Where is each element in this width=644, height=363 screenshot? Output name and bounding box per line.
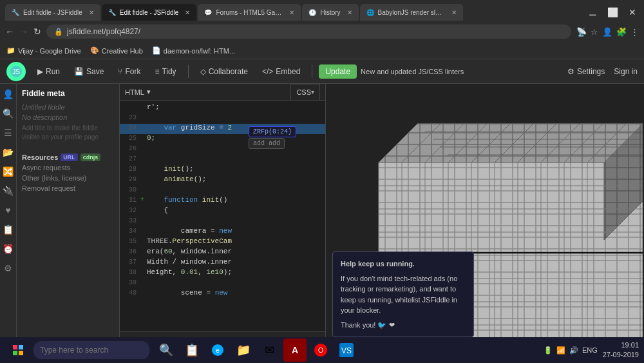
notification-line1: Help keep us running. — [341, 259, 466, 270]
wifi-icon: 📶 — [556, 346, 565, 355]
resources-section: Resources URL cdnjs — [22, 153, 114, 161]
extensions-icon[interactable]: 🧩 — [616, 27, 627, 37]
tab-2[interactable]: 🔧 Edit fiddle - JSFiddle ✕ — [102, 4, 197, 21]
save-button[interactable]: 💾 Save — [69, 64, 109, 79]
menu-icon[interactable]: ⋮ — [630, 27, 639, 37]
taskbar-task-view[interactable]: 📋 — [180, 338, 204, 362]
url-tag[interactable]: URL — [61, 153, 78, 161]
sidebar-icon-settings[interactable]: ⚙ — [4, 263, 12, 273]
description-field[interactable]: No description — [22, 113, 114, 121]
back-btn[interactable]: ← — [5, 26, 14, 37]
bookmark-google-drive[interactable]: 📁 Vijay - Google Drive — [6, 46, 81, 55]
svg-text:JS: JS — [12, 68, 20, 75]
tab-4[interactable]: 🕐 History ✕ — [302, 4, 358, 21]
sidebar-icon-clock[interactable]: ⏰ — [3, 244, 14, 254]
taskbar-cortana[interactable]: 🔍 — [155, 338, 178, 362]
tab-1-close[interactable]: ✕ — [89, 9, 94, 16]
update-button[interactable]: Update — [319, 64, 357, 79]
separator-2 — [312, 65, 312, 78]
svg-text:e: e — [216, 347, 220, 354]
html-lang-label[interactable]: HTML ▾ — [125, 88, 151, 96]
code-line: 26 — [120, 144, 325, 155]
tab-4-close[interactable]: ✕ — [347, 9, 352, 16]
sidebar-icon-user[interactable]: 👤 — [3, 89, 14, 99]
async-link[interactable]: Async requests — [22, 164, 114, 172]
run-button[interactable]: ▶ Run — [32, 64, 65, 79]
taskbar-app-a[interactable]: A — [283, 338, 307, 362]
code-line: 27 — [120, 155, 325, 165]
sidebar-icon-folder[interactable]: 📂 — [3, 147, 14, 157]
sidebar-icon-plugin[interactable]: 🔌 — [3, 186, 14, 196]
code-line: 28 init(); — [120, 165, 325, 175]
cdnjs-tag[interactable]: cdnjs — [80, 153, 101, 161]
save-icon: 💾 — [74, 67, 84, 76]
forward-btn[interactable]: → — [19, 26, 28, 37]
taskbar-app-icons: 🔍 📋 e 📁 ✉ A O VS — [155, 338, 358, 362]
code-line: 30 — [120, 186, 325, 196]
code-line: r'; — [120, 103, 325, 113]
other-link[interactable]: Other (links, license) — [22, 174, 114, 182]
code-line: 29 animate(); — [120, 175, 325, 186]
taskbar-explorer[interactable]: 📁 — [232, 338, 255, 362]
main-content: 👤 🔍 ☰ 📂 🔀 🔌 ♥ 📋 ⏰ ⚙ Fiddle meta Untitled… — [0, 84, 644, 363]
browser-frame: 🔧 Edit fiddle - JSFiddle ✕ 🔧 Edit fiddle… — [0, 0, 644, 363]
taskbar-edge[interactable]: e — [206, 338, 229, 362]
reload-btn[interactable]: ↻ — [33, 26, 41, 37]
bookmark-daemon[interactable]: 📄 daemon-on/lwf: HTM... — [152, 46, 235, 55]
close-btn[interactable]: ✕ — [626, 6, 639, 19]
tab-2-close[interactable]: ✕ — [185, 9, 190, 16]
taskbar-mail[interactable]: ✉ — [258, 338, 281, 362]
sidebar-icon-shuffle[interactable]: 🔀 — [3, 166, 14, 177]
sidebar-icon-clipboard[interactable]: 📋 — [3, 224, 14, 235]
collaborate-button[interactable]: ◇ Collaborate — [195, 64, 253, 79]
code-line: 23 — [120, 113, 325, 124]
tab-3-close[interactable]: ✕ — [289, 9, 294, 16]
profile-icon[interactable]: 👤 — [602, 27, 612, 37]
bookmark-star-icon[interactable]: ☆ — [591, 27, 598, 37]
signin-button[interactable]: Sign in — [614, 67, 638, 76]
html-editor: HTML ▾ CSS ▾ r'; 23 — [120, 84, 326, 363]
taskbar-right: 🔋 📶 🔊 ENG 19:01 27-09-2019 — [544, 340, 639, 360]
code-line: 36 era(60, window.inner — [120, 248, 325, 258]
sidebar-icon-menu[interactable]: ☰ — [4, 128, 12, 138]
update-message: New and updated JS/CSS linters — [361, 68, 464, 75]
css-label: CSS ▾ — [290, 84, 320, 101]
taskbar-search[interactable] — [33, 341, 149, 359]
tab-3[interactable]: 💬 Forums - HTML5 Game De... ✕ — [198, 4, 301, 21]
taskbar-opera[interactable]: O — [309, 338, 332, 362]
fork-button[interactable]: ⑂ Fork — [113, 64, 146, 79]
code-tooltip-1: ZRFp(0:24) — [249, 126, 296, 137]
removal-link[interactable]: Removal request — [22, 184, 114, 192]
address-input[interactable]: 🔒 jsfiddle.net/pofq4827/ — [46, 25, 571, 39]
preview-area: Help keep us running. If you don't mind … — [326, 84, 644, 363]
separator-1 — [188, 65, 189, 78]
svg-rect-43 — [13, 351, 17, 355]
volume-icon: 🔊 — [569, 346, 578, 355]
svg-rect-42 — [19, 345, 23, 349]
chevron-down-icon: ▾ — [147, 88, 151, 96]
code-line: 34 camera = new — [120, 227, 325, 237]
tab-1[interactable]: 🔧 Edit fiddle - JSFiddle ✕ — [5, 4, 100, 21]
tab-bar: 🔧 Edit fiddle - JSFiddle ✕ 🔧 Edit fiddle… — [0, 0, 644, 21]
html-code-editor[interactable]: r'; 23 24 var gridSize = 2 25 0; — [120, 101, 325, 331]
notification-line2: If you don't mind tech-related ads (no t… — [341, 273, 466, 316]
fork-icon: ⑂ — [118, 67, 122, 76]
sidebar-icon-heart[interactable]: ♥ — [5, 205, 10, 215]
embed-button[interactable]: </> Embed — [257, 64, 305, 79]
tidy-button[interactable]: ≡ Tidy — [149, 64, 181, 79]
maximize-btn[interactable]: ⬜ — [605, 6, 621, 19]
bookmark-creative-hub[interactable]: 🎨 Creative Hub — [90, 46, 143, 55]
tab-5-close[interactable]: ✕ — [451, 9, 457, 16]
html-editor-header: HTML ▾ CSS ▾ — [120, 84, 325, 101]
notification-box: Help keep us running. If you don't mind … — [332, 251, 474, 337]
minimize-btn[interactable]: ⚊ — [586, 6, 600, 19]
untitled-field[interactable]: Untitled fiddle — [22, 103, 114, 111]
settings-button[interactable]: ⚙ Settings — [567, 67, 605, 76]
battery-icon: 🔋 — [544, 346, 553, 355]
jsfiddle-toolbar: JS ▶ Run 💾 Save ⑂ Fork ≡ Tidy ◇ Collabor… — [0, 59, 644, 84]
start-button[interactable] — [5, 337, 31, 363]
sidebar-icon-search[interactable]: 🔍 — [3, 108, 14, 119]
tab-5[interactable]: 🌐 BabylonJS render slower t... ✕ — [360, 4, 463, 21]
taskbar-vscode[interactable]: VS — [335, 338, 358, 362]
cast-icon[interactable]: 📡 — [576, 27, 587, 37]
